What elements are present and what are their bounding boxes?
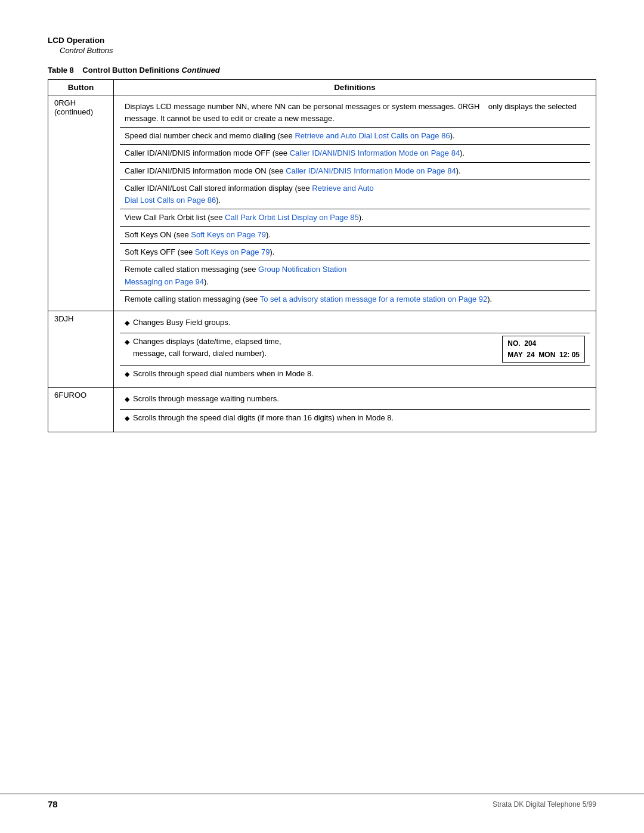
- table-row: 0RGH(continued) Displays LCD message num…: [48, 95, 596, 311]
- page-container: LCD Operation Control Buttons Table 8 Co…: [0, 0, 644, 480]
- table-title: Control Button Definitions Continued: [82, 66, 219, 75]
- bullet-item: ◆ Scrolls through speed dial numbers whe…: [125, 368, 585, 380]
- bullet-icon: ◆: [125, 369, 129, 379]
- button-cell-6furoo: 6FUROO: [48, 388, 114, 432]
- section-title: LCD Operation: [48, 36, 596, 45]
- def-entry: ◆ Changes Busy Field groups.: [120, 314, 590, 333]
- col-header-button: Button: [48, 80, 114, 95]
- definitions-cell-6furoo: ◆ Scrolls through message waiting number…: [114, 388, 596, 432]
- lcd-display-box: NO. 204 MAY 24 MON 12: 05: [502, 336, 585, 363]
- def-entry: Caller ID/ANI/DNIS information mode ON (…: [120, 163, 590, 180]
- link-caller-id-on[interactable]: Caller ID/ANI/DNIS Information Mode on P…: [286, 166, 456, 175]
- table-number: Table 8: [48, 66, 74, 75]
- def-entry: Displays LCD message number NN, where NN…: [120, 98, 590, 128]
- link-group-notification[interactable]: Group Notification StationMessaging on P…: [125, 265, 346, 286]
- def-entry: ◆ Scrolls through message waiting number…: [120, 391, 590, 410]
- bullet-text: Scrolls through the speed dial digits (i…: [133, 412, 394, 424]
- def-entry: ◆ Scrolls through speed dial numbers whe…: [120, 366, 590, 384]
- main-table: Button Definitions 0RGH(continued) Displ…: [48, 79, 596, 432]
- def-entry: ◆ Changes displays (date/time, elapsed t…: [120, 333, 590, 366]
- bullet-text: Changes Busy Field groups.: [133, 317, 230, 329]
- link-soft-keys-on[interactable]: Soft Keys on Page 79: [191, 230, 266, 239]
- bullet-text: Scrolls through message waiting numbers.: [133, 393, 279, 405]
- link-retrieve-auto-dial-1[interactable]: Retrieve and Auto Dial Lost Calls on Pag…: [295, 131, 450, 140]
- link-caller-id-off[interactable]: Caller ID/ANI/DNIS Information Mode on P…: [290, 148, 460, 157]
- def-entry: Soft Keys OFF (see Soft Keys on Page 79)…: [120, 244, 590, 261]
- def-entry: Caller ID/ANI/DNIS information mode OFF …: [120, 145, 590, 162]
- bullet-icon: ◆: [125, 318, 129, 328]
- table-row: 3DJH ◆ Changes Busy Field groups. ◆: [48, 311, 596, 387]
- display-line2: MAY 24 MON 12: 05: [507, 349, 580, 361]
- page-number: 78: [48, 799, 58, 809]
- bullet-text: Scrolls through speed dial numbers when …: [133, 368, 314, 380]
- link-soft-keys-off[interactable]: Soft Keys on Page 79: [195, 247, 270, 256]
- bullet-item: ◆ Changes Busy Field groups.: [125, 317, 585, 329]
- link-retrieve-auto-dial-2[interactable]: Retrieve and AutoDial Lost Calls on Page…: [125, 184, 374, 205]
- definitions-cell-orgh: Displays LCD message number NN, where NN…: [114, 95, 596, 311]
- footer-text: Strata DK Digital Telephone 5/99: [493, 800, 596, 809]
- def-entry: ◆ Scrolls through the speed dial digits …: [120, 410, 590, 428]
- col-header-definitions: Definitions: [114, 80, 596, 95]
- link-call-park[interactable]: Call Park Orbit List Display on Page 85: [225, 213, 359, 222]
- bullet-item: ◆ Scrolls through message waiting number…: [125, 393, 585, 405]
- bullet-icon: ◆: [125, 337, 129, 347]
- def-entry: Caller ID/ANI/Lost Call stored informati…: [120, 180, 590, 209]
- table-row: 6FUROO ◆ Scrolls through message waiting…: [48, 388, 596, 432]
- def-entry: Speed dial number check and memo dialing…: [120, 128, 590, 145]
- bullet-icon: ◆: [125, 394, 129, 404]
- button-cell-3djh: 3DJH: [48, 311, 114, 387]
- def-entry: Remote called station messaging (see Gro…: [120, 261, 590, 290]
- bullet-icon: ◆: [125, 413, 129, 423]
- def-entry: Remote calling station messaging (see To…: [120, 291, 590, 308]
- def-entry: View Call Park Orbit list (see Call Park…: [120, 209, 590, 227]
- bullet-text: Changes displays (date/time, elapsed tim…: [133, 336, 281, 360]
- definitions-cell-3djh: ◆ Changes Busy Field groups. ◆ Changes d…: [114, 311, 596, 387]
- subsection-title: Control Buttons: [60, 46, 596, 55]
- display-line1: NO. 204: [507, 338, 580, 349]
- bullet-item: ◆ Changes displays (date/time, elapsed t…: [125, 336, 497, 360]
- bullet-item: ◆ Scrolls through the speed dial digits …: [125, 412, 585, 424]
- button-cell-orgh: 0RGH(continued): [48, 95, 114, 311]
- page-footer: 78 Strata DK Digital Telephone 5/99: [0, 794, 644, 809]
- link-advisory-station[interactable]: To set a advisory station message for a …: [260, 295, 488, 304]
- header-section: LCD Operation Control Buttons: [48, 36, 596, 55]
- table-caption: Table 8 Control Button Definitions Conti…: [48, 66, 596, 75]
- def-entry: Soft Keys ON (see Soft Keys on Page 79).: [120, 227, 590, 244]
